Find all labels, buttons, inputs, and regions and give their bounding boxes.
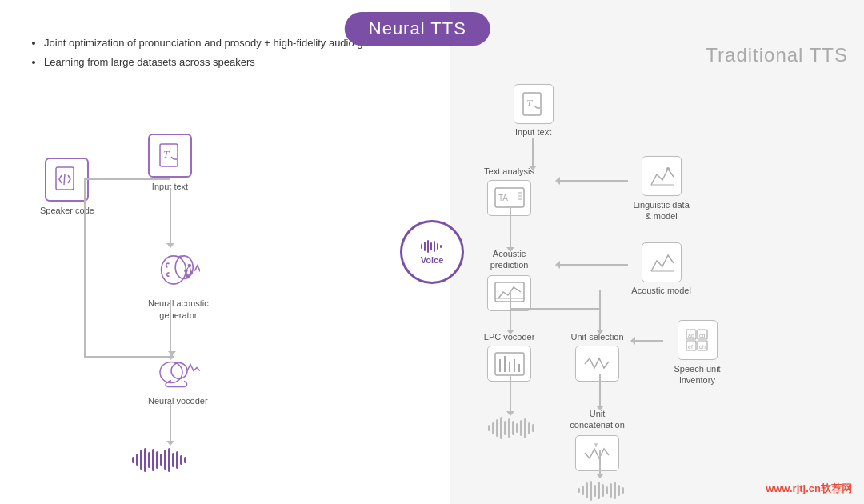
left-panel: Joint optimization of pronunciation and … [0, 0, 450, 504]
neural-acoustic-icon [154, 246, 202, 294]
bullet-2: Learning from large datasets across spea… [44, 55, 426, 70]
svg-rect-4 [434, 241, 435, 252]
right-waveform-unit [578, 478, 624, 502]
svg-rect-3 [430, 242, 432, 250]
speaker-code-label: Speaker code [40, 206, 94, 215]
traditional-tts-badge: Traditional TTS [706, 44, 848, 66]
neural-vocoder-label: Neural vocoder [148, 396, 208, 406]
speech-unit-inventory-icon: ab cd ef gh [678, 320, 718, 360]
linguistic-data-label: Linguistic data& model [633, 199, 689, 222]
svg-text:T: T [163, 148, 170, 160]
lpc-vocoder-label: LPC vocoder [484, 332, 535, 342]
svg-point-31 [666, 167, 670, 170]
voice-circle: Voice [400, 220, 464, 284]
unit-concatenation-icon [575, 435, 619, 471]
svg-rect-5 [437, 243, 438, 250]
watermark: www.rjtj.cn软荐网 [766, 482, 852, 496]
svg-rect-1 [424, 242, 426, 251]
neural-tts-badge: Neural TTS [345, 12, 490, 46]
svg-text:ab: ab [688, 333, 694, 338]
svg-rect-6 [440, 245, 442, 248]
svg-text:T: T [526, 97, 533, 109]
speaker-code-icon [45, 158, 89, 202]
svg-line-8 [64, 174, 65, 185]
svg-rect-0 [421, 244, 422, 249]
right-input-text-label: Input text [515, 127, 551, 137]
svg-rect-2 [427, 240, 429, 253]
unit-selection-label: Unit selection [571, 332, 624, 342]
right-waveform-lpc [488, 416, 534, 440]
svg-text:ef: ef [688, 344, 693, 350]
svg-text:gh: gh [699, 344, 706, 350]
svg-text:TA: TA [498, 194, 508, 202]
voice-label: Voice [421, 255, 444, 265]
unit-selection-icon [575, 346, 619, 382]
speech-unit-inventory-label: Speech unitinventory [674, 363, 721, 386]
text-analysis-label: Text analysis [484, 166, 534, 176]
acoustic-model-icon [642, 242, 682, 282]
left-waveform-output [132, 446, 186, 474]
right-input-text-icon: T [514, 84, 554, 124]
svg-text:cd: cd [699, 333, 706, 338]
input-text-icon: T [148, 134, 192, 178]
neural-vocoder-icon [154, 352, 202, 392]
linguistic-data-icon [642, 156, 682, 196]
unit-concatenation-label: Unitconcatenation [570, 408, 625, 431]
acoustic-prediction-label: Acousticprediction [490, 248, 529, 271]
right-panel: T Input text Text analysis TA [450, 0, 864, 504]
acoustic-model-label: Acoustic model [631, 286, 691, 295]
main-container: Neural TTS Traditional TTS Voice Joint o… [0, 0, 864, 504]
neural-acoustic-label: Neural acousticgenerator [148, 298, 209, 321]
svg-point-11 [162, 256, 186, 284]
